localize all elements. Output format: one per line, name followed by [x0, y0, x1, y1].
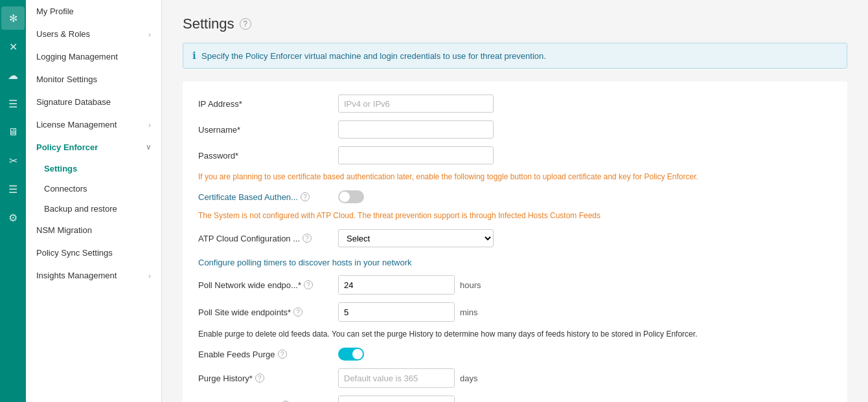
sidebar-sub-item-settings[interactable]: Settings: [26, 159, 161, 179]
info-banner-text: Specify the Policy Enforcer virtual mach…: [201, 51, 546, 61]
sidebar-item-logging-management[interactable]: Logging Management: [26, 45, 161, 68]
sidebar: My Profile Users & Roles › Logging Manag…: [26, 0, 162, 402]
enable-purge-help-icon[interactable]: ?: [278, 350, 287, 359]
password-input[interactable]: [338, 146, 494, 164]
purge-note-text: Enable purge to delete old feeds data. Y…: [198, 329, 832, 339]
icon-bar: ✻ ✕ ☁ ☰ 🖥 ✂ ☰ ⚙: [0, 0, 26, 402]
page-title: Settings ?: [183, 16, 847, 32]
poll-site-input-group: ▲ ▼ mins: [338, 302, 477, 322]
info-circle-icon: ℹ: [192, 50, 196, 61]
poll-network-spinner: ▲ ▼: [338, 275, 455, 295]
poll-site-help-icon[interactable]: ?: [293, 307, 303, 317]
purge-history-row: Purge History* ? ▲ ▼ days: [198, 368, 832, 388]
sidebar-item-label: License Management: [36, 120, 117, 129]
nav-icon-settings[interactable]: ⚙: [1, 206, 25, 229]
poll-network-input[interactable]: [339, 276, 455, 294]
purge-history-spinner: ▲ ▼: [338, 368, 455, 388]
polling-note: Configure polling timers to discover hos…: [198, 258, 832, 267]
purge-history-unit: days: [460, 374, 477, 383]
sidebar-item-insights-management[interactable]: Insights Management ›: [26, 264, 161, 287]
poll-site-label: Poll Site wide endpoints* ?: [198, 307, 328, 317]
sidebar-item-monitor-settings[interactable]: Monitor Settings: [26, 68, 161, 91]
enable-purge-slider: [338, 348, 364, 361]
cert-toggle-switch[interactable]: [338, 190, 364, 203]
atp-warning-text: The System is not configured with ATP Cl…: [198, 211, 832, 220]
cert-toggle-row: Certificate Based Authen... ?: [198, 190, 832, 203]
sidebar-sub-item-label: Settings: [44, 164, 77, 173]
nav-icon-tools[interactable]: ✂: [1, 149, 25, 172]
cert-help-icon[interactable]: ?: [301, 192, 310, 201]
username-input[interactable]: [338, 120, 494, 139]
enable-purge-row: Enable Feeds Purge ?: [198, 348, 832, 361]
sidebar-item-label: Logging Management: [36, 52, 118, 61]
atp-config-select[interactable]: Select Option 1 Option 2: [338, 229, 494, 247]
sidebar-item-label: Policy Enforcer: [36, 142, 98, 152]
chevron-down-icon: ∨: [146, 143, 151, 151]
sidebar-item-signature-database[interactable]: Signature Database: [26, 91, 161, 113]
ip-address-row: IP Address*: [198, 95, 832, 113]
sidebar-item-label: Insights Management: [36, 271, 117, 280]
purge-days-input-group: ▲ ▼ days: [338, 396, 477, 402]
sidebar-item-label: My Profile: [36, 6, 74, 16]
poll-network-row: Poll Network wide endpo...* ? ▲ ▼ hours: [198, 275, 832, 295]
sidebar-item-label: NSM Migration: [36, 225, 92, 235]
purge-history-label: Purge History* ?: [198, 374, 328, 383]
purge-days-row: Purge Days Per Run* ? ▲ ▼ days: [198, 396, 832, 402]
nav-icon-close[interactable]: ✕: [1, 35, 25, 58]
poll-network-label: Poll Network wide endpo...* ?: [198, 280, 328, 290]
atp-config-label: ATP Cloud Configuration ... ?: [198, 234, 328, 243]
ip-address-label: IP Address*: [198, 99, 328, 109]
nav-icon-home[interactable]: ✻: [1, 6, 25, 30]
username-label: Username*: [198, 125, 328, 135]
title-help-icon[interactable]: ?: [240, 18, 251, 30]
sidebar-item-label: Signature Database: [36, 97, 111, 107]
sidebar-sub-item-label: Backup and restore: [44, 204, 117, 214]
nav-icon-list[interactable]: ☰: [1, 92, 25, 115]
chevron-right-icon: ›: [148, 30, 151, 38]
password-label: Password*: [198, 151, 328, 161]
poll-site-unit: mins: [460, 307, 477, 317]
purge-history-input-group: ▲ ▼ days: [338, 368, 477, 388]
sidebar-item-nsm-migration[interactable]: NSM Migration: [26, 219, 161, 241]
nav-icon-monitor[interactable]: 🖥: [1, 120, 25, 144]
poll-site-input[interactable]: [339, 303, 455, 321]
purge-days-spinner: ▲ ▼: [338, 396, 455, 402]
nav-icon-menu[interactable]: ☰: [1, 177, 25, 201]
sidebar-item-policy-enforcer[interactable]: Policy Enforcer ∨: [26, 136, 161, 159]
poll-network-unit: hours: [460, 280, 481, 290]
chevron-right-icon: ›: [148, 272, 151, 280]
sidebar-item-label: Users & Roles: [36, 29, 90, 39]
ip-address-input[interactable]: [338, 95, 494, 113]
poll-network-input-group: ▲ ▼ hours: [338, 275, 481, 295]
enable-purge-label: Enable Feeds Purge ?: [198, 350, 328, 359]
enable-purge-toggle[interactable]: [338, 348, 364, 361]
purge-history-input[interactable]: [339, 369, 455, 387]
atp-help-icon[interactable]: ?: [303, 234, 312, 243]
poll-site-row: Poll Site wide endpoints* ? ▲ ▼ mins: [198, 302, 832, 322]
atp-config-row: ATP Cloud Configuration ... ? Select Opt…: [198, 229, 832, 247]
sidebar-sub-item-label: Connectors: [44, 184, 87, 194]
sidebar-item-license-management[interactable]: License Management ›: [26, 113, 161, 136]
sidebar-item-label: Policy Sync Settings: [36, 248, 113, 258]
sidebar-item-label: Monitor Settings: [36, 74, 97, 84]
username-row: Username*: [198, 120, 832, 139]
sidebar-item-users-roles[interactable]: Users & Roles ›: [26, 23, 161, 45]
sidebar-item-my-profile[interactable]: My Profile: [26, 0, 161, 23]
sidebar-item-policy-sync-settings[interactable]: Policy Sync Settings: [26, 241, 161, 264]
poll-network-help-icon[interactable]: ?: [304, 280, 313, 289]
chevron-right-icon: ›: [148, 121, 151, 129]
poll-site-spinner: ▲ ▼: [338, 302, 455, 322]
purge-days-input[interactable]: [339, 396, 455, 402]
info-banner: ℹ Specify the Policy Enforcer virtual ma…: [183, 43, 847, 69]
sidebar-sub-item-backup-restore[interactable]: Backup and restore: [26, 199, 161, 219]
nav-icon-cloud[interactable]: ☁: [1, 63, 25, 87]
purge-history-help-icon[interactable]: ?: [255, 374, 264, 383]
password-row: Password*: [198, 146, 832, 164]
cert-toggle-label: Certificate Based Authen... ?: [198, 192, 328, 202]
cert-note-text: If you are planning to use certificate b…: [198, 172, 832, 181]
sidebar-sub-item-connectors[interactable]: Connectors: [26, 179, 161, 199]
main-content: Settings ? ℹ Specify the Policy Enforcer…: [162, 0, 868, 402]
cert-toggle-slider: [338, 190, 364, 203]
